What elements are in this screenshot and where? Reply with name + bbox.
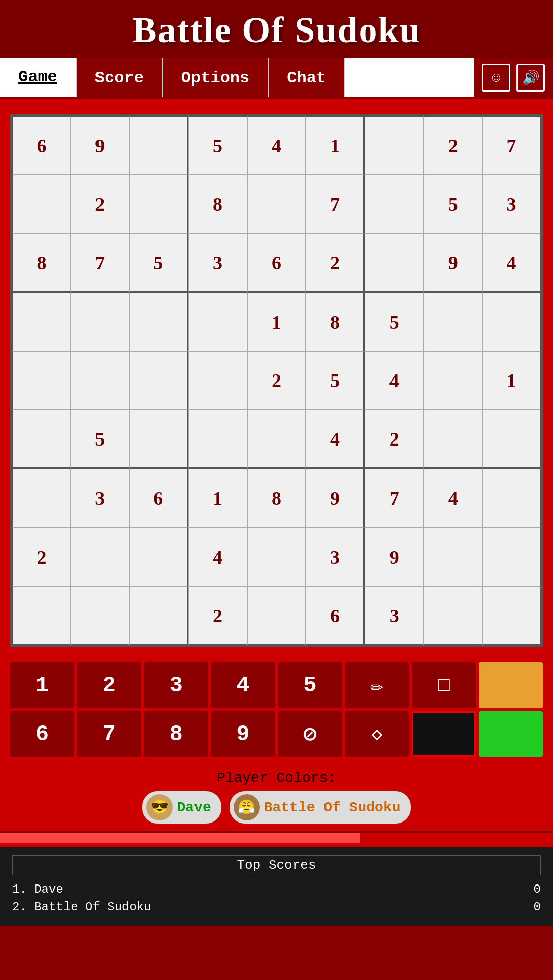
cell-r1c5[interactable]: 7 [306,175,365,234]
tab-options[interactable]: Options [163,58,269,97]
cell-r1c1[interactable]: 2 [71,175,129,234]
cell-r7c8[interactable] [482,528,541,587]
cell-r7c1[interactable] [71,528,129,587]
numpad-7[interactable]: 7 [77,711,141,757]
cell-r5c1[interactable]: 5 [71,410,129,469]
numpad-3[interactable]: 3 [144,662,208,708]
cell-r5c0[interactable] [12,410,71,469]
cell-r3c0[interactable] [12,293,71,352]
numpad-4[interactable]: 4 [211,662,275,708]
cell-r3c8[interactable] [482,293,541,352]
pencil-tool[interactable]: ✏ [345,662,409,708]
cell-r6c3[interactable]: 1 [188,469,247,528]
color-orange[interactable] [479,662,543,708]
cell-r4c5[interactable]: 5 [306,352,365,410]
cell-r7c2[interactable] [129,528,188,587]
numpad-6[interactable]: 6 [10,711,74,757]
cell-r8c6[interactable]: 3 [365,587,424,646]
numpad-9[interactable]: 9 [211,711,275,757]
cell-r4c0[interactable] [12,352,71,410]
cell-r4c4[interactable]: 2 [247,352,306,410]
cell-r6c0[interactable] [12,469,71,528]
cell-r6c7[interactable]: 4 [424,469,482,528]
square-tool[interactable]: □ [412,662,476,708]
cell-r6c5[interactable]: 9 [306,469,365,528]
cell-r6c8[interactable] [482,469,541,528]
cell-r7c4[interactable] [247,528,306,587]
fill-tool[interactable]: ◇ [345,711,409,757]
cell-r1c4[interactable] [247,175,306,234]
cell-r0c8[interactable]: 7 [482,116,541,175]
cell-r3c4[interactable]: 1 [247,293,306,352]
cell-r2c4[interactable]: 6 [247,234,306,293]
cell-r6c4[interactable]: 8 [247,469,306,528]
cell-r5c8[interactable] [482,410,541,469]
cell-r0c7[interactable]: 2 [424,116,482,175]
cell-r0c6[interactable] [365,116,424,175]
numpad-5[interactable]: 5 [278,662,342,708]
cell-r3c6[interactable]: 5 [365,293,424,352]
cell-r8c8[interactable] [482,587,541,646]
cell-r7c6[interactable]: 9 [365,528,424,587]
cell-r6c1[interactable]: 3 [71,469,129,528]
cell-r3c7[interactable] [424,293,482,352]
cell-r2c6[interactable] [365,234,424,293]
cell-r1c0[interactable] [12,175,71,234]
erase-tool[interactable]: ⊘ [278,711,342,757]
cell-r3c5[interactable]: 8 [306,293,365,352]
cell-r8c4[interactable] [247,587,306,646]
cell-r7c5[interactable]: 3 [306,528,365,587]
cell-r5c3[interactable] [188,410,247,469]
cell-r4c6[interactable]: 4 [365,352,424,410]
cell-r7c0[interactable]: 2 [12,528,71,587]
cell-r8c3[interactable]: 2 [188,587,247,646]
cell-r0c0[interactable]: 6 [12,116,71,175]
cell-r2c3[interactable]: 3 [188,234,247,293]
cell-r1c8[interactable]: 3 [482,175,541,234]
numpad-8[interactable]: 8 [144,711,208,757]
cell-r1c7[interactable]: 5 [424,175,482,234]
color-green[interactable] [479,711,543,757]
cell-r2c0[interactable]: 8 [12,234,71,293]
cell-r1c2[interactable] [129,175,188,234]
sound-button[interactable]: 🔊 [516,64,545,92]
cell-r4c8[interactable]: 1 [482,352,541,410]
cell-r8c1[interactable] [71,587,129,646]
cell-r5c2[interactable] [129,410,188,469]
cell-r6c6[interactable]: 7 [365,469,424,528]
cell-r3c1[interactable] [71,293,129,352]
cell-r5c7[interactable] [424,410,482,469]
tab-chat[interactable]: Chat [269,58,345,97]
cell-r4c7[interactable] [424,352,482,410]
tab-game[interactable]: Game [0,58,77,97]
cell-r2c1[interactable]: 7 [71,234,129,293]
cell-r7c3[interactable]: 4 [188,528,247,587]
color-black[interactable] [412,711,476,757]
tab-score[interactable]: Score [77,58,163,97]
cell-r2c2[interactable]: 5 [129,234,188,293]
cell-r0c4[interactable]: 4 [247,116,306,175]
cell-r5c5[interactable]: 4 [306,410,365,469]
cell-r2c8[interactable]: 4 [482,234,541,293]
cell-r7c7[interactable] [424,528,482,587]
cell-r0c3[interactable]: 5 [188,116,247,175]
cell-r2c7[interactable]: 9 [424,234,482,293]
cell-r1c6[interactable] [365,175,424,234]
cell-r8c5[interactable]: 6 [306,587,365,646]
cell-r0c5[interactable]: 1 [306,116,365,175]
cell-r6c2[interactable]: 6 [129,469,188,528]
cell-r4c3[interactable] [188,352,247,410]
cell-r5c6[interactable]: 2 [365,410,424,469]
cell-r8c7[interactable] [424,587,482,646]
emoji-button[interactable]: ☺ [482,64,510,92]
cell-r2c5[interactable]: 2 [306,234,365,293]
cell-r4c2[interactable] [129,352,188,410]
cell-r3c3[interactable] [188,293,247,352]
cell-r4c1[interactable] [71,352,129,410]
cell-r8c0[interactable] [12,587,71,646]
numpad-2[interactable]: 2 [77,662,141,708]
cell-r3c2[interactable] [129,293,188,352]
cell-r5c4[interactable] [247,410,306,469]
numpad-1[interactable]: 1 [10,662,74,708]
cell-r0c1[interactable]: 9 [71,116,129,175]
